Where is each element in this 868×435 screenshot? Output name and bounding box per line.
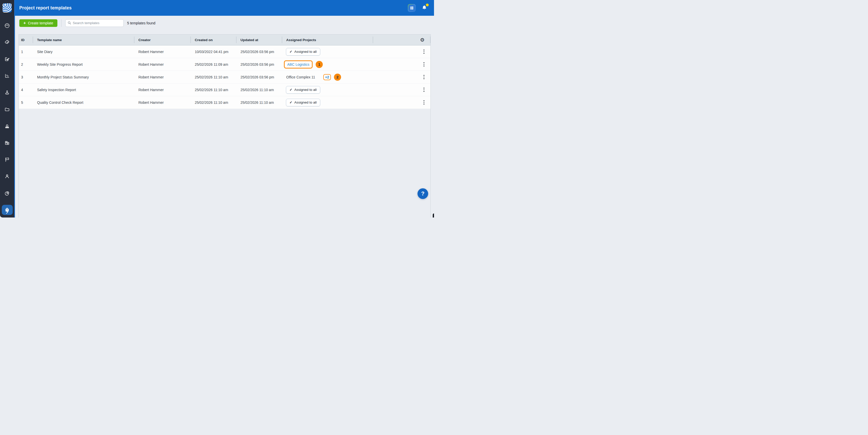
row-menu-kebab-icon[interactable] (422, 48, 427, 55)
sidebar-item-dashboard[interactable] (2, 21, 13, 31)
screen-corner-overlay (433, 213, 434, 218)
table-row[interactable]: 4 Safety Inspection Report Robert Hammer… (19, 83, 430, 96)
cell-assigned-projects: ✓ Assigned to all (282, 45, 373, 58)
table-row[interactable]: 2 Weekly Site Progress Report Robert Ham… (19, 58, 430, 71)
sidebar: ⚙ ⚙ (0, 0, 14, 218)
form-signature-icon (4, 56, 10, 62)
apps-launcher-icon (408, 5, 415, 11)
cell-creator: Robert Hammer (134, 96, 191, 109)
cell-created-on: 10/03/2022 04:41 pm (191, 45, 237, 58)
sidebar-item-reports[interactable] (2, 71, 13, 81)
search-box (65, 19, 124, 27)
stamp-icon (4, 123, 10, 129)
check-icon: ✓ (289, 88, 292, 92)
row-menu-kebab-icon[interactable] (422, 61, 427, 68)
sidebar-item-flags[interactable] (2, 155, 13, 165)
sidebar-nav: ⚙ ⚙ (2, 21, 13, 218)
table-settings-gear-icon[interactable]: ⚙ (420, 37, 425, 42)
notification-badge (426, 4, 429, 6)
cell-updated-at: 25/02/2026 11:10 am (237, 96, 282, 109)
cell-template-name: Site Diary (33, 45, 134, 58)
annotation-marker-1: 1 (316, 61, 323, 68)
folder-icon (4, 107, 10, 112)
assigned-to-all-label: Assigned to all (294, 101, 317, 104)
cell-created-on: 25/02/2026 11:10 am (191, 96, 237, 109)
toolbar: + Create template 5 templates found (15, 16, 434, 27)
cell-template-name: Quality Control Check Report (33, 96, 134, 109)
column-header-assigned-projects[interactable]: Assigned Projects (282, 35, 373, 45)
column-header-created-on[interactable]: Created on (191, 35, 237, 45)
cell-assigned-projects: ✓ Assigned to all (282, 96, 373, 109)
table-row[interactable]: 5 Quality Control Check Report Robert Ha… (19, 96, 430, 109)
sidebar-item-projects[interactable] (2, 104, 13, 114)
flag-icon (4, 157, 10, 162)
report-chart-icon (4, 73, 10, 79)
create-template-label: Create template (28, 21, 53, 25)
annotation-marker-2: 2 (334, 74, 341, 81)
sidebar-expand-button[interactable] (0, 210, 14, 214)
person-location-icon (4, 90, 10, 95)
row-menu-kebab-icon[interactable] (422, 73, 427, 81)
table-row[interactable]: 1 Site Diary Robert Hammer 10/03/2022 04… (19, 45, 430, 58)
dashboard-icon (4, 23, 10, 28)
column-header-updated-at[interactable]: Updated at (237, 35, 282, 45)
tags-icon (4, 40, 10, 45)
check-icon: ✓ (289, 50, 292, 54)
table-header: ID Template name Creator Created on Upda… (19, 35, 430, 45)
user-icon (4, 174, 10, 179)
assigned-to-all-button[interactable]: ✓ Assigned to all (286, 99, 320, 106)
cell-created-on: 25/02/2026 11:10 am (191, 83, 237, 96)
pie-chart-icon (4, 190, 10, 196)
row-menu-kebab-icon[interactable] (422, 86, 427, 93)
assigned-to-all-button[interactable]: ✓ Assigned to all (286, 86, 320, 94)
cell-creator: Robert Hammer (134, 71, 191, 83)
notifications-button[interactable] (421, 5, 428, 11)
cell-updated-at: 25/02/2026 03:56 pm (237, 71, 282, 83)
cell-assigned-projects: Office Complex 11 +2 2 (282, 71, 373, 83)
sidebar-item-statistics[interactable] (2, 188, 13, 198)
cell-updated-at: 25/02/2026 03:56 pm (237, 58, 282, 71)
cell-template-name: Safety Inspection Report (33, 83, 134, 96)
help-button[interactable]: ? (417, 188, 428, 199)
cell-assigned-projects: ✓ Assigned to all (282, 83, 373, 96)
apps-launcher-button[interactable] (408, 4, 416, 12)
create-template-button[interactable]: + Create template (19, 19, 57, 27)
assigned-to-all-button[interactable]: ✓ Assigned to all (286, 48, 320, 56)
templates-table: ID Template name Creator Created on Upda… (19, 34, 431, 218)
column-header-actions: ⚙ (373, 35, 430, 45)
more-projects-badge[interactable]: +2 (325, 75, 329, 79)
row-menu-kebab-icon[interactable] (422, 99, 427, 106)
assigned-project-link[interactable]: ABC Logistics (287, 62, 309, 66)
column-header-id[interactable]: ID (19, 35, 33, 45)
cell-actions (373, 58, 430, 71)
cell-updated-at: 25/02/2026 11:10 am (237, 83, 282, 96)
chevron-right-icon (5, 210, 9, 214)
column-header-creator[interactable]: Creator (134, 35, 191, 45)
sidebar-item-users[interactable] (2, 171, 13, 181)
company-buildings-icon (4, 140, 10, 146)
cell-actions (373, 71, 430, 83)
topbar-actions (408, 4, 428, 12)
app-logo[interactable] (3, 3, 12, 12)
column-header-template-name[interactable]: Template name (33, 35, 134, 45)
cell-creator: Robert Hammer (134, 83, 191, 96)
cell-id: 2 (19, 58, 33, 71)
sidebar-item-companies[interactable] (2, 138, 13, 148)
assigned-project-name: Office Complex 11 (286, 75, 315, 79)
check-icon: ✓ (289, 101, 292, 104)
sidebar-item-forms[interactable] (2, 54, 13, 64)
sidebar-item-presence[interactable] (2, 88, 13, 98)
cell-id: 4 (19, 83, 33, 96)
results-count: 5 templates found (127, 21, 155, 25)
sidebar-item-approvals[interactable] (2, 121, 13, 131)
sidebar-item-tags[interactable] (2, 37, 13, 47)
page-title: Project report templates (19, 5, 72, 11)
cell-id: 3 (19, 71, 33, 83)
annotation-box-2: +2 (323, 74, 331, 80)
annotation-box-1: ABC Logistics (284, 60, 313, 69)
cell-template-name: Weekly Site Progress Report (33, 58, 134, 71)
table-row[interactable]: 3 Monthly Project Status Summary Robert … (19, 71, 430, 83)
cell-actions (373, 83, 430, 96)
main-content: + Create template 5 templates found ID T… (15, 16, 434, 218)
search-input[interactable] (73, 21, 121, 25)
